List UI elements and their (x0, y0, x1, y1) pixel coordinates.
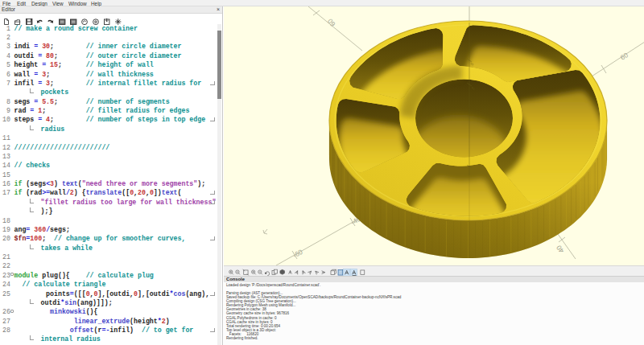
svg-text:40: 40 (555, 244, 566, 255)
svg-text:60: 60 (326, 17, 337, 28)
svg-text:-60: -60 (291, 248, 304, 260)
svg-text:60: 60 (619, 51, 630, 62)
